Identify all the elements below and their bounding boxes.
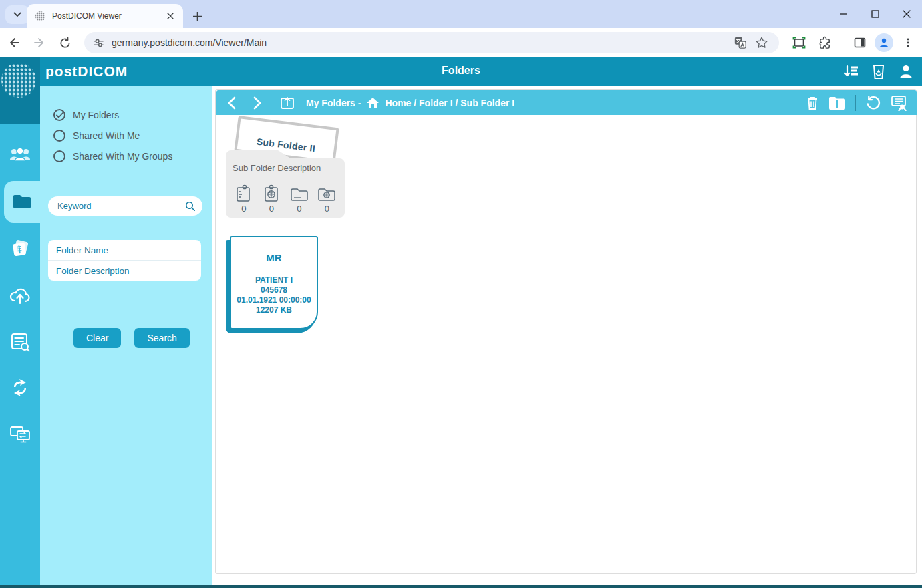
tab-search-button[interactable] [5, 5, 29, 24]
url-text[interactable]: germany.postdicom.com/Viewer/Main [112, 37, 730, 48]
refresh-icon [865, 95, 881, 110]
minimize-button[interactable] [828, 0, 859, 28]
bookmark-button[interactable] [751, 32, 772, 53]
filter-shared-with-groups[interactable]: Shared With My Groups [53, 149, 172, 164]
folder-image-icon [317, 184, 336, 203]
report-button[interactable] [890, 95, 907, 111]
radio-checked-icon[interactable] [53, 109, 65, 121]
rail-item-sync[interactable] [0, 369, 40, 406]
back-button[interactable] [3, 31, 25, 54]
browser-menu-button[interactable] [897, 32, 919, 53]
close-window-button[interactable] [891, 0, 922, 28]
count-value: 0 [241, 204, 246, 214]
keyword-input[interactable] [57, 201, 185, 211]
delete-folder-button[interactable] [806, 96, 819, 110]
chevron-down-icon [13, 12, 21, 17]
site-settings-icon [92, 37, 105, 49]
home-icon[interactable] [366, 97, 379, 109]
browser-tab[interactable]: PostDICOM Viewer [27, 4, 183, 28]
nav-forward-button[interactable] [253, 96, 262, 110]
certified-report-icon [890, 95, 907, 111]
halftone-globe-icon [0, 60, 40, 103]
filter-my-folders[interactable]: My Folders [53, 108, 119, 122]
count-value: 0 [269, 204, 274, 214]
radio-unchecked-icon[interactable] [53, 130, 65, 142]
chevron-left-icon [227, 96, 237, 110]
subfolder-counts: 0 0 0 [230, 184, 341, 214]
page-bottom-border [0, 585, 922, 588]
folder-outline-icon [290, 184, 309, 203]
favicon-icon [35, 11, 46, 22]
toolbar-actions [788, 32, 919, 53]
rail-item-patients[interactable] [0, 136, 40, 174]
screenshot-button[interactable] [788, 32, 810, 53]
page-title: Folders [0, 65, 922, 77]
people-group-icon [9, 146, 31, 164]
side-panel-button[interactable] [849, 32, 871, 53]
maximize-button[interactable] [859, 0, 891, 28]
recycle-bin-button[interactable] [871, 63, 886, 80]
folder-name-input[interactable] [48, 240, 201, 260]
trash-icon [806, 96, 819, 110]
folder-icon [12, 194, 32, 210]
breadcrumb-path[interactable]: Home / Folder I / Sub Folder I [385, 98, 514, 108]
move-up-button[interactable] [279, 95, 295, 111]
filter-label: My Folders [73, 110, 119, 120]
translate-button[interactable] [730, 32, 751, 53]
close-icon [167, 13, 174, 19]
patient-modality: MR [231, 252, 317, 263]
plus-icon [193, 12, 202, 21]
radio-unchecked-icon[interactable] [53, 150, 65, 162]
reload-icon [59, 37, 71, 49]
forward-button[interactable] [28, 31, 51, 54]
breadcrumb-bar: My Folders - Home / Folder I / Sub Folde… [216, 90, 917, 115]
filter-label: Shared With Me [73, 130, 140, 141]
cloud-upload-icon [9, 286, 31, 305]
rail-item-transfer[interactable] [0, 416, 40, 453]
new-tab-button[interactable] [188, 7, 206, 25]
rail-item-folders[interactable] [4, 181, 40, 223]
folder-info-button[interactable] [828, 96, 846, 110]
account-button[interactable] [898, 63, 914, 80]
refresh-button[interactable] [865, 95, 881, 110]
person-icon [878, 37, 890, 49]
folders-sidebar: My Folders Shared With Me Shared With My… [40, 86, 212, 585]
patient-id: 045678 [231, 285, 317, 295]
clipboard-list-icon [235, 184, 252, 203]
studies-count: 0 [258, 184, 286, 214]
rail-item-query[interactable] [0, 323, 40, 361]
sort-button[interactable] [843, 64, 859, 79]
keyword-search-box [48, 196, 202, 216]
breadcrumb-scope[interactable]: My Folders - [306, 98, 361, 108]
reload-button[interactable] [53, 31, 76, 54]
search-icon[interactable] [185, 201, 196, 212]
tab-title: PostDICOM Viewer [52, 11, 164, 21]
folder-description-input[interactable] [48, 261, 201, 281]
search-button[interactable]: Search [134, 328, 189, 348]
clear-button[interactable]: Clear [73, 328, 121, 348]
app-logo-mark [0, 57, 40, 124]
subfolder-card[interactable]: Sub Folder Description 0 [226, 158, 345, 218]
count-value: 0 [297, 204, 301, 214]
study-size: 12207 KB [231, 305, 317, 315]
subfolders-count: 0 [285, 184, 313, 214]
patient-name: PATIENT I [231, 275, 317, 285]
extensions-button[interactable] [814, 32, 835, 53]
translate-icon [734, 36, 747, 49]
breadcrumb-separator [855, 95, 856, 111]
filter-shared-with-me[interactable]: Shared With Me [53, 128, 140, 143]
nav-rail [0, 57, 40, 585]
rail-item-upload[interactable] [0, 277, 40, 314]
count-value: 0 [325, 204, 329, 214]
nav-back-button[interactable] [227, 96, 237, 110]
forward-icon [33, 36, 46, 49]
rail-item-studies[interactable] [0, 230, 40, 267]
profile-avatar[interactable] [875, 33, 893, 52]
filter-label: Shared With My Groups [73, 151, 172, 162]
monitors-transfer-icon [9, 424, 31, 444]
patient-card[interactable]: MR PATIENT I 045678 01.01.1921 00:00:00 … [230, 236, 318, 329]
browser-toolbar: germany.postdicom.com/Viewer/Main [0, 28, 922, 57]
url-bar[interactable]: germany.postdicom.com/Viewer/Main [84, 32, 779, 53]
puzzle-icon [818, 36, 832, 50]
tab-close-button[interactable] [164, 10, 176, 22]
